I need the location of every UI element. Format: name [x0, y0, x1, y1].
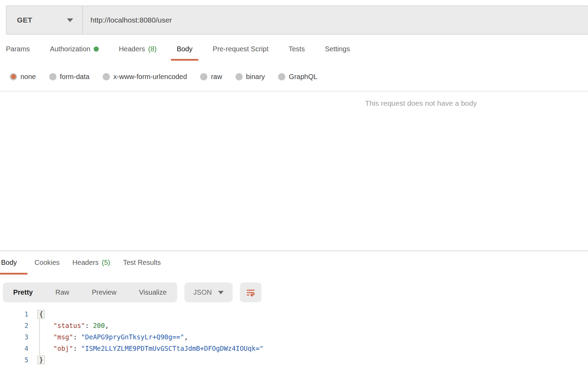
method-selector[interactable]: GET — [7, 6, 83, 34]
body-type-label: raw — [211, 73, 222, 81]
radio-icon — [278, 73, 285, 80]
body-type-label: binary — [246, 73, 265, 81]
line-number: 2 — [0, 320, 28, 331]
body-type-x-www-form-urlencoded[interactable]: x-www-form-urlencoded — [103, 73, 187, 81]
code-token-brace: { — [37, 310, 45, 319]
response-tabs: BodyCookiesHeaders(5)Test Results — [0, 252, 166, 275]
tab-label: Params — [6, 45, 30, 53]
body-type-label: form-data — [60, 73, 90, 81]
code-token-key: "msg" — [53, 333, 73, 341]
tab-authorization[interactable]: Authorization — [44, 39, 105, 61]
body-type-label: GraphQL — [289, 73, 317, 81]
tab-count-badge: (8) — [148, 45, 156, 53]
code-token-brace: } — [37, 356, 45, 364]
tab-label: Settings — [325, 45, 350, 53]
tab-label: Pre-request Script — [213, 45, 268, 53]
body-type-label: none — [20, 73, 36, 81]
url-text: http://localhost:8080/user — [90, 16, 172, 24]
line-number: 5 — [0, 354, 28, 366]
code-line: 1{ — [0, 309, 588, 320]
response-tab-cookies[interactable]: Cookies — [29, 252, 65, 275]
view-mode-group: PrettyRawPreviewVisualize — [3, 283, 177, 302]
response-toolbar: PrettyRawPreviewVisualize JSON — [3, 283, 261, 302]
response-divider — [0, 250, 588, 251]
code-token-plain: : — [73, 345, 81, 352]
tab-body[interactable]: Body — [171, 39, 199, 61]
tab-pre-request-script[interactable]: Pre-request Script — [207, 39, 274, 61]
chevron-down-icon — [67, 18, 73, 22]
code-fold-guide — [39, 319, 40, 355]
radio-icon — [103, 73, 110, 80]
response-tab-headers[interactable]: Headers(5) — [67, 252, 116, 275]
body-type-label: x-www-form-urlencoded — [113, 73, 187, 81]
request-url-bar: GET http://localhost:8080/user — [6, 6, 588, 35]
divider — [0, 91, 588, 92]
line-number: 4 — [0, 343, 28, 354]
code-token-plain: , — [105, 322, 109, 329]
view-mode-visualize[interactable]: Visualize — [139, 288, 167, 296]
radio-icon — [200, 73, 207, 80]
code-token-key: "obj" — [53, 345, 73, 352]
tab-label: Authorization — [50, 45, 90, 53]
tab-settings[interactable]: Settings — [319, 39, 356, 61]
tab-label: Test Results — [123, 259, 161, 267]
code-token-num: 200 — [93, 322, 105, 329]
radio-icon — [235, 73, 243, 80]
chevron-down-icon — [218, 291, 224, 294]
body-type-options: noneform-datax-www-form-urlencodedrawbin… — [10, 68, 317, 85]
code-line: 4 "obj": "ISMe2LLYZLME9PDTmUvGSCTtaJdmB+… — [0, 343, 588, 354]
wrap-text-button[interactable] — [240, 283, 261, 302]
word-wrap-icon — [246, 288, 256, 297]
code-token-key: "status" — [53, 322, 85, 329]
code-content[interactable]: { — [28, 309, 45, 320]
body-type-graphql[interactable]: GraphQL — [278, 73, 317, 81]
tab-headers[interactable]: Headers(8) — [113, 39, 163, 61]
response-body-json: 1{2 "status": 200,3 "msg": "DeAPG9pryGnT… — [0, 309, 588, 366]
method-label: GET — [17, 16, 32, 24]
body-type-raw[interactable]: raw — [200, 73, 222, 81]
auth-status-dot-icon — [94, 46, 99, 52]
radio-icon — [49, 73, 57, 80]
code-content[interactable]: "obj": "ISMe2LLYZLME9PDTmUvGSCTtaJdmB+DF… — [28, 343, 263, 354]
language-selector[interactable]: JSON — [184, 283, 233, 302]
code-line: 5} — [0, 354, 588, 366]
code-line: 3 "msg": "DeAPG9pryGnTksyLr+Q90g==", — [0, 331, 588, 343]
code-content[interactable]: } — [28, 354, 45, 366]
response-tab-test-results[interactable]: Test Results — [118, 252, 166, 275]
view-mode-raw[interactable]: Raw — [55, 288, 69, 296]
code-content[interactable]: "status": 200, — [28, 320, 109, 331]
tab-label: Body — [1, 259, 17, 267]
empty-body-message: This request does not have a body — [365, 99, 477, 107]
line-number: 3 — [0, 331, 28, 343]
radio-icon — [10, 73, 17, 80]
body-type-none[interactable]: none — [10, 73, 36, 81]
response-tab-body[interactable]: Body — [0, 252, 27, 275]
code-token-str: "ISMe2LLYZLME9PDTmUvGSCTtaJdmB+DFOgDWz4I… — [81, 345, 263, 352]
url-input[interactable]: http://localhost:8080/user — [83, 6, 588, 34]
code-token-plain: : — [85, 322, 93, 329]
tab-params[interactable]: Params — [0, 39, 36, 61]
tab-label: Body — [177, 45, 193, 53]
code-token-str: "DeAPG9pryGnTksyLr+Q90g==" — [81, 333, 184, 341]
code-content[interactable]: "msg": "DeAPG9pryGnTksyLr+Q90g==", — [28, 331, 188, 343]
code-token-plain: : — [73, 333, 81, 341]
body-type-form-data[interactable]: form-data — [49, 73, 90, 81]
tab-label: Cookies — [35, 259, 60, 267]
request-tabs: ParamsAuthorizationHeaders(8)BodyPre-req… — [0, 39, 356, 61]
view-mode-pretty[interactable]: Pretty — [13, 288, 33, 296]
language-label: JSON — [193, 288, 212, 296]
body-type-binary[interactable]: binary — [235, 73, 265, 81]
tab-label: Headers — [72, 259, 99, 267]
code-line: 2 "status": 200, — [0, 320, 588, 331]
tab-label: Tests — [288, 45, 305, 53]
tab-tests[interactable]: Tests — [283, 39, 311, 61]
tab-label: Headers — [119, 45, 145, 53]
tab-count-badge: (5) — [102, 259, 110, 267]
code-token-plain: , — [184, 333, 188, 341]
view-mode-preview[interactable]: Preview — [92, 288, 116, 296]
line-number: 1 — [0, 309, 28, 320]
